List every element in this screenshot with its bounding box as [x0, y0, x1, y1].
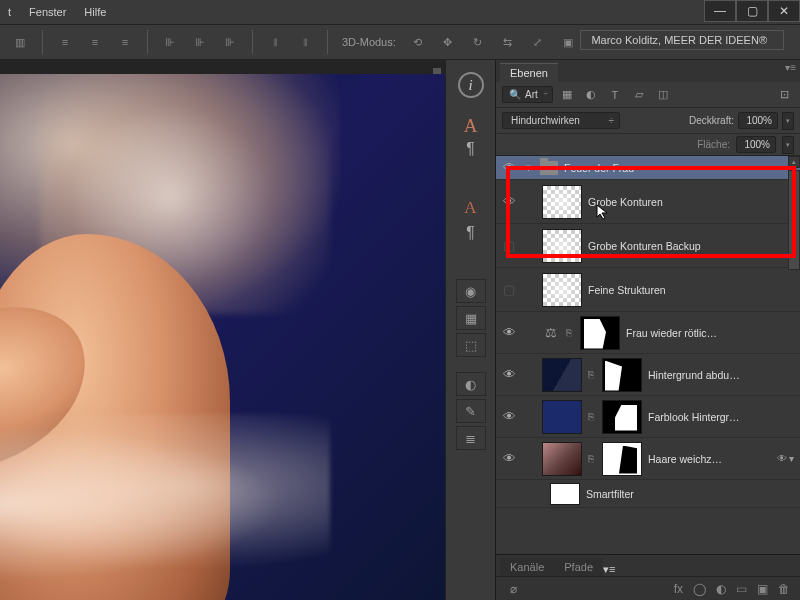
- filter-type-icon[interactable]: T: [605, 86, 625, 104]
- layer-thumbnail[interactable]: [542, 442, 582, 476]
- menu-item[interactable]: t: [8, 6, 11, 18]
- distribute-v-icon[interactable]: ⦀: [293, 30, 317, 54]
- visibility-toggle[interactable]: 👁: [500, 194, 518, 209]
- menu-item-hilfe[interactable]: Hilfe: [84, 6, 106, 18]
- opacity-value[interactable]: 100%: [738, 112, 778, 129]
- color-icon[interactable]: ▦: [456, 306, 486, 330]
- scale-icon[interactable]: ⤢: [526, 30, 550, 54]
- visibility-toggle[interactable]: 👁: [500, 160, 518, 175]
- panel-menu-icon[interactable]: ▾≡: [785, 62, 796, 73]
- close-button[interactable]: ✕: [768, 0, 800, 22]
- tab-pfade[interactable]: Pfade: [554, 558, 603, 576]
- link-layers-icon[interactable]: ⌀: [510, 582, 517, 596]
- layer-thumbnail[interactable]: [542, 400, 582, 434]
- link-icon[interactable]: ⎘: [588, 411, 596, 422]
- properties-icon[interactable]: ≣: [456, 426, 486, 450]
- pan-icon[interactable]: ✥: [436, 30, 460, 54]
- align-right-icon[interactable]: ≡: [113, 30, 137, 54]
- layer-row[interactable]: 👁 ⎘ Farblook Hintergr…: [496, 396, 800, 438]
- paragraph-panel-icon[interactable]: ¶: [466, 140, 475, 158]
- info-icon[interactable]: i: [458, 72, 484, 98]
- fx-badge[interactable]: 👁▾: [777, 453, 796, 464]
- adjustment-icon[interactable]: ◐: [716, 582, 726, 596]
- layer-name[interactable]: Hintergrund abdu…: [648, 369, 740, 381]
- layer-thumbnail[interactable]: [542, 185, 582, 219]
- align-left-icon[interactable]: ≡: [53, 30, 77, 54]
- camera-icon[interactable]: ▣: [556, 30, 580, 54]
- distribute-v-icon[interactable]: ⦀: [263, 30, 287, 54]
- link-icon[interactable]: ⎘: [566, 327, 574, 338]
- slide-icon[interactable]: ⇆: [496, 30, 520, 54]
- fill-dropdown-icon[interactable]: ▾: [782, 136, 794, 154]
- layer-row[interactable]: 👁 ⚖ ⎘ Frau wieder rötlic…: [496, 312, 800, 354]
- layer-row[interactable]: ▢ Grobe Konturen Backup: [496, 224, 800, 268]
- group-icon[interactable]: ▭: [736, 582, 747, 596]
- blend-mode-dropdown[interactable]: Hindurchwirken: [502, 112, 620, 129]
- styles-icon[interactable]: ⬚: [456, 333, 486, 357]
- link-icon[interactable]: ⎘: [588, 369, 596, 380]
- smartfilter-row[interactable]: Smartfilter: [496, 480, 800, 508]
- layer-mask-thumbnail[interactable]: [602, 400, 642, 434]
- filter-kind-dropdown[interactable]: 🔍 Art: [502, 86, 553, 103]
- maximize-button[interactable]: ▢: [736, 0, 768, 22]
- visibility-toggle[interactable]: 👁: [500, 409, 518, 424]
- layer-name[interactable]: Farblook Hintergr…: [648, 411, 740, 423]
- opacity-dropdown-icon[interactable]: ▾: [782, 112, 794, 130]
- layer-name[interactable]: Grobe Konturen Backup: [588, 240, 701, 252]
- visibility-toggle[interactable]: ▢: [500, 282, 518, 297]
- brush-icon[interactable]: ✎: [456, 399, 486, 423]
- filter-toggle[interactable]: ⊡: [774, 86, 794, 104]
- filter-shape-icon[interactable]: ▱: [629, 86, 649, 104]
- swatches-icon[interactable]: ◉: [456, 279, 486, 303]
- layer-name[interactable]: Frau wieder rötlic…: [626, 327, 717, 339]
- layer-thumbnail[interactable]: [542, 273, 582, 307]
- filter-smart-icon[interactable]: ◫: [653, 86, 673, 104]
- layer-name[interactable]: Grobe Konturen: [588, 196, 663, 208]
- layers-list[interactable]: ▴ 👁 ▼ Feuer der Frau 👁 Grobe Konturen: [496, 156, 800, 554]
- visibility-toggle[interactable]: 👁: [500, 325, 518, 340]
- layer-mask-thumbnail[interactable]: [602, 358, 642, 392]
- visibility-toggle[interactable]: 👁: [500, 451, 518, 466]
- paragraph-styles-icon[interactable]: ¶: [466, 224, 475, 242]
- canvas-area[interactable]: [0, 60, 445, 600]
- layer-thumbnail[interactable]: [542, 358, 582, 392]
- visibility-toggle[interactable]: ▢: [500, 238, 518, 253]
- layer-mask-thumbnail[interactable]: [602, 442, 642, 476]
- adjustments-icon[interactable]: ◐: [456, 372, 486, 396]
- new-layer-icon[interactable]: ▣: [757, 582, 768, 596]
- panel-menu-icon[interactable]: ▾≡: [603, 563, 615, 576]
- align-center-icon[interactable]: ≡: [83, 30, 107, 54]
- fill-value[interactable]: 100%: [736, 136, 776, 153]
- arrange-icon[interactable]: ▥: [8, 30, 32, 54]
- tab-layers[interactable]: Ebenen: [500, 63, 558, 82]
- roll-icon[interactable]: ↻: [466, 30, 490, 54]
- char-styles-icon[interactable]: A: [458, 195, 484, 221]
- layer-row[interactable]: ▢ Feine Strukturen: [496, 268, 800, 312]
- visibility-toggle[interactable]: 👁: [500, 367, 518, 382]
- layer-row[interactable]: 👁 ⎘ Haare weichz… 👁▾: [496, 438, 800, 480]
- distribute-icon[interactable]: ⊪: [218, 30, 242, 54]
- layer-row[interactable]: 👁 ⎘ Hintergrund abdu…: [496, 354, 800, 396]
- filter-pixel-icon[interactable]: ▦: [557, 86, 577, 104]
- scrollbar[interactable]: [788, 170, 800, 270]
- layer-row[interactable]: 👁 Grobe Konturen: [496, 180, 800, 224]
- account-dropdown[interactable]: Marco Kolditz, MEER DER IDEEN®: [580, 30, 784, 50]
- trash-icon[interactable]: 🗑: [778, 582, 790, 596]
- distribute-icon[interactable]: ⊪: [158, 30, 182, 54]
- layer-thumbnail[interactable]: [542, 229, 582, 263]
- layer-mask-thumbnail[interactable]: [580, 316, 620, 350]
- mask-icon[interactable]: ◯: [693, 582, 706, 596]
- layer-name[interactable]: Haare weichz…: [648, 453, 722, 465]
- orbit-icon[interactable]: ⟲: [406, 30, 430, 54]
- minimize-button[interactable]: —: [704, 0, 736, 22]
- fx-icon[interactable]: fx: [674, 582, 683, 596]
- link-icon[interactable]: ⎘: [588, 453, 596, 464]
- layer-group-header[interactable]: 👁 ▼ Feuer der Frau: [496, 156, 800, 180]
- layer-name[interactable]: Feine Strukturen: [588, 284, 666, 296]
- filter-adjust-icon[interactable]: ◐: [581, 86, 601, 104]
- disclose-icon[interactable]: ▼: [524, 163, 534, 173]
- menu-item-fenster[interactable]: Fenster: [29, 6, 66, 18]
- distribute-icon[interactable]: ⊪: [188, 30, 212, 54]
- smartfilter-mask[interactable]: [550, 483, 580, 505]
- character-panel-icon[interactable]: A: [464, 115, 478, 137]
